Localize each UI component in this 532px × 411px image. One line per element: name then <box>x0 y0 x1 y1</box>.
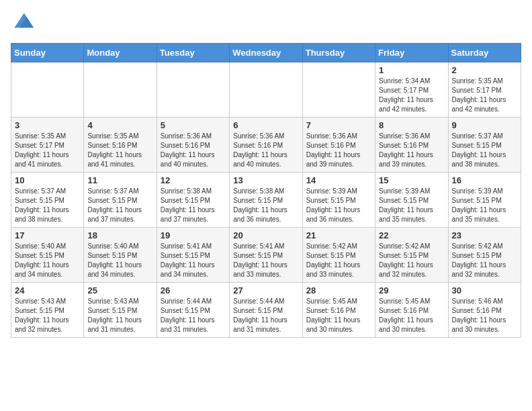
day-number-27: 27 <box>233 285 298 295</box>
day-info-14: Sunrise: 5:39 AM Sunset: 5:15 PM Dayligh… <box>306 187 371 224</box>
day-number-9: 9 <box>452 120 517 130</box>
empty-cell <box>157 62 229 118</box>
day-cell-25: 25Sunrise: 5:43 AM Sunset: 5:15 PM Dayli… <box>84 283 157 338</box>
day-number-30: 30 <box>452 285 517 295</box>
day-number-21: 21 <box>306 230 371 240</box>
day-info-10: Sunrise: 5:37 AM Sunset: 5:15 PM Dayligh… <box>15 187 80 224</box>
weekday-header-wednesday: Wednesday <box>230 44 302 62</box>
day-info-12: Sunrise: 5:38 AM Sunset: 5:15 PM Dayligh… <box>161 187 226 224</box>
day-info-6: Sunrise: 5:36 AM Sunset: 5:16 PM Dayligh… <box>233 132 298 169</box>
day-cell-7: 7Sunrise: 5:36 AM Sunset: 5:16 PM Daylig… <box>302 118 375 173</box>
day-number-17: 17 <box>15 230 80 240</box>
weekday-header-thursday: Thursday <box>302 44 375 62</box>
day-cell-12: 12Sunrise: 5:38 AM Sunset: 5:15 PM Dayli… <box>157 173 229 228</box>
day-number-20: 20 <box>233 230 298 240</box>
day-cell-14: 14Sunrise: 5:39 AM Sunset: 5:15 PM Dayli… <box>302 173 375 228</box>
day-number-22: 22 <box>379 230 444 240</box>
day-cell-13: 13Sunrise: 5:38 AM Sunset: 5:15 PM Dayli… <box>230 173 302 228</box>
day-number-23: 23 <box>452 230 517 240</box>
day-cell-19: 19Sunrise: 5:41 AM Sunset: 5:15 PM Dayli… <box>157 228 229 283</box>
day-info-18: Sunrise: 5:40 AM Sunset: 5:15 PM Dayligh… <box>87 242 152 279</box>
day-info-3: Sunrise: 5:35 AM Sunset: 5:17 PM Dayligh… <box>15 132 80 169</box>
day-number-14: 14 <box>306 175 371 185</box>
day-cell-9: 9Sunrise: 5:37 AM Sunset: 5:15 PM Daylig… <box>448 118 521 173</box>
day-number-26: 26 <box>161 285 226 295</box>
day-cell-27: 27Sunrise: 5:44 AM Sunset: 5:15 PM Dayli… <box>230 283 302 338</box>
day-number-15: 15 <box>379 175 444 185</box>
day-number-16: 16 <box>452 175 517 185</box>
day-number-2: 2 <box>452 65 517 75</box>
day-info-16: Sunrise: 5:39 AM Sunset: 5:15 PM Dayligh… <box>452 187 517 224</box>
page-header <box>11 11 521 35</box>
day-cell-8: 8Sunrise: 5:36 AM Sunset: 5:16 PM Daylig… <box>375 118 448 173</box>
day-number-10: 10 <box>15 175 80 185</box>
day-info-15: Sunrise: 5:39 AM Sunset: 5:15 PM Dayligh… <box>379 187 444 224</box>
day-cell-6: 6Sunrise: 5:36 AM Sunset: 5:16 PM Daylig… <box>230 118 302 173</box>
day-cell-16: 16Sunrise: 5:39 AM Sunset: 5:15 PM Dayli… <box>448 173 521 228</box>
day-number-19: 19 <box>161 230 226 240</box>
day-number-8: 8 <box>379 120 444 130</box>
weekday-header-saturday: Saturday <box>448 44 521 62</box>
day-cell-15: 15Sunrise: 5:39 AM Sunset: 5:15 PM Dayli… <box>375 173 448 228</box>
day-cell-29: 29Sunrise: 5:45 AM Sunset: 5:16 PM Dayli… <box>375 283 448 338</box>
day-number-1: 1 <box>379 65 444 75</box>
day-number-24: 24 <box>15 285 80 295</box>
day-number-6: 6 <box>233 120 298 130</box>
day-info-1: Sunrise: 5:34 AM Sunset: 5:17 PM Dayligh… <box>379 77 444 114</box>
day-info-27: Sunrise: 5:44 AM Sunset: 5:15 PM Dayligh… <box>233 297 298 334</box>
weekday-header-friday: Friday <box>375 44 448 62</box>
day-info-9: Sunrise: 5:37 AM Sunset: 5:15 PM Dayligh… <box>452 132 517 169</box>
day-cell-26: 26Sunrise: 5:44 AM Sunset: 5:15 PM Dayli… <box>157 283 229 338</box>
empty-cell <box>302 62 375 118</box>
day-number-13: 13 <box>233 175 298 185</box>
day-number-12: 12 <box>161 175 226 185</box>
day-cell-20: 20Sunrise: 5:41 AM Sunset: 5:15 PM Dayli… <box>230 228 302 283</box>
day-info-5: Sunrise: 5:36 AM Sunset: 5:16 PM Dayligh… <box>161 132 226 169</box>
empty-cell <box>84 62 157 118</box>
day-info-11: Sunrise: 5:37 AM Sunset: 5:15 PM Dayligh… <box>87 187 152 224</box>
day-number-7: 7 <box>306 120 371 130</box>
day-cell-3: 3Sunrise: 5:35 AM Sunset: 5:17 PM Daylig… <box>11 118 84 173</box>
day-info-28: Sunrise: 5:45 AM Sunset: 5:16 PM Dayligh… <box>306 297 371 334</box>
day-info-21: Sunrise: 5:42 AM Sunset: 5:15 PM Dayligh… <box>306 242 371 279</box>
day-cell-28: 28Sunrise: 5:45 AM Sunset: 5:16 PM Dayli… <box>302 283 375 338</box>
day-cell-10: 10Sunrise: 5:37 AM Sunset: 5:15 PM Dayli… <box>11 173 84 228</box>
week-row-4: 17Sunrise: 5:40 AM Sunset: 5:15 PM Dayli… <box>11 228 521 283</box>
day-number-25: 25 <box>87 285 152 295</box>
day-info-20: Sunrise: 5:41 AM Sunset: 5:15 PM Dayligh… <box>233 242 298 279</box>
day-cell-21: 21Sunrise: 5:42 AM Sunset: 5:15 PM Dayli… <box>302 228 375 283</box>
day-info-30: Sunrise: 5:46 AM Sunset: 5:16 PM Dayligh… <box>452 297 517 334</box>
day-number-29: 29 <box>379 285 444 295</box>
day-info-2: Sunrise: 5:35 AM Sunset: 5:17 PM Dayligh… <box>452 77 517 114</box>
day-info-8: Sunrise: 5:36 AM Sunset: 5:16 PM Dayligh… <box>379 132 444 169</box>
day-info-19: Sunrise: 5:41 AM Sunset: 5:15 PM Dayligh… <box>161 242 226 279</box>
week-row-1: 1Sunrise: 5:34 AM Sunset: 5:17 PM Daylig… <box>11 62 521 118</box>
day-cell-24: 24Sunrise: 5:43 AM Sunset: 5:15 PM Dayli… <box>11 283 84 338</box>
day-info-13: Sunrise: 5:38 AM Sunset: 5:15 PM Dayligh… <box>233 187 298 224</box>
day-info-26: Sunrise: 5:44 AM Sunset: 5:15 PM Dayligh… <box>161 297 226 334</box>
day-info-29: Sunrise: 5:45 AM Sunset: 5:16 PM Dayligh… <box>379 297 444 334</box>
day-cell-23: 23Sunrise: 5:42 AM Sunset: 5:15 PM Dayli… <box>448 228 521 283</box>
day-info-22: Sunrise: 5:42 AM Sunset: 5:15 PM Dayligh… <box>379 242 444 279</box>
logo-icon <box>11 11 35 35</box>
logo <box>11 11 38 35</box>
weekday-header-sunday: Sunday <box>11 44 84 62</box>
day-cell-11: 11Sunrise: 5:37 AM Sunset: 5:15 PM Dayli… <box>84 173 157 228</box>
weekday-header-tuesday: Tuesday <box>157 44 229 62</box>
day-number-4: 4 <box>87 120 152 130</box>
day-cell-18: 18Sunrise: 5:40 AM Sunset: 5:15 PM Dayli… <box>84 228 157 283</box>
day-cell-22: 22Sunrise: 5:42 AM Sunset: 5:15 PM Dayli… <box>375 228 448 283</box>
day-number-28: 28 <box>306 285 371 295</box>
calendar-table: SundayMondayTuesdayWednesdayThursdayFrid… <box>11 43 521 338</box>
day-cell-30: 30Sunrise: 5:46 AM Sunset: 5:16 PM Dayli… <box>448 283 521 338</box>
week-row-2: 3Sunrise: 5:35 AM Sunset: 5:17 PM Daylig… <box>11 118 521 173</box>
day-info-23: Sunrise: 5:42 AM Sunset: 5:15 PM Dayligh… <box>452 242 517 279</box>
empty-cell <box>11 62 84 118</box>
day-cell-17: 17Sunrise: 5:40 AM Sunset: 5:15 PM Dayli… <box>11 228 84 283</box>
day-number-11: 11 <box>87 175 152 185</box>
week-row-5: 24Sunrise: 5:43 AM Sunset: 5:15 PM Dayli… <box>11 283 521 338</box>
day-cell-2: 2Sunrise: 5:35 AM Sunset: 5:17 PM Daylig… <box>448 62 521 118</box>
weekday-header-row: SundayMondayTuesdayWednesdayThursdayFrid… <box>11 44 521 62</box>
day-info-24: Sunrise: 5:43 AM Sunset: 5:15 PM Dayligh… <box>15 297 80 334</box>
day-number-18: 18 <box>87 230 152 240</box>
